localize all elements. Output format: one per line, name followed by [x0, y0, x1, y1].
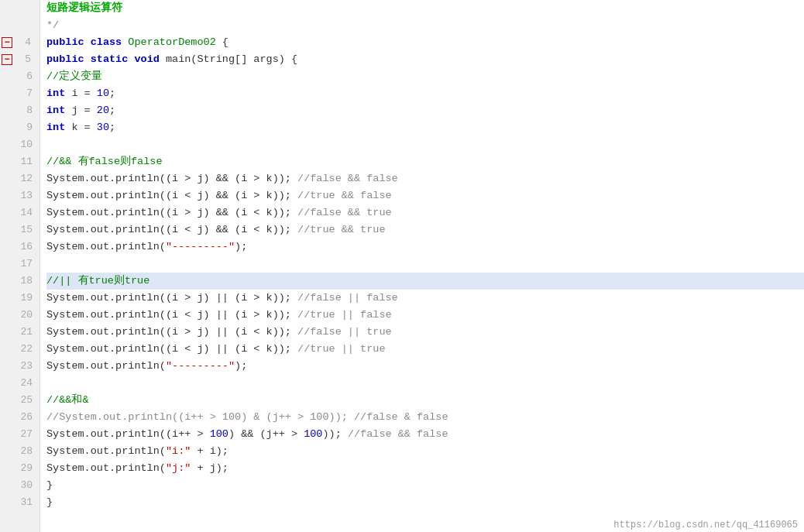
line-number: 12: [14, 170, 37, 187]
line-number-row: 29: [0, 460, 40, 477]
collapse-placeholder: [0, 223, 14, 237]
collapse-placeholder: [0, 359, 14, 373]
code-line: System.out.println("i:" + i);: [46, 443, 804, 460]
code-line: System.out.println((i < j) && (i > k)); …: [46, 187, 804, 204]
line-number: 9: [14, 119, 37, 136]
code-line: //定义变量: [46, 68, 804, 85]
line-number: 22: [14, 341, 37, 358]
collapse-placeholder: [0, 410, 14, 424]
line-number-row: 24: [0, 375, 40, 392]
collapse-placeholder: [0, 138, 14, 152]
collapse-placeholder: [0, 155, 14, 169]
line-number: 13: [14, 187, 37, 204]
line-number-row: 18: [0, 273, 40, 290]
code-line: System.out.println((i > j) && (i > k)); …: [46, 170, 804, 187]
line-number: 30: [14, 477, 37, 494]
collapse-placeholder: [0, 376, 14, 390]
code-line: [46, 375, 804, 392]
code-line: System.out.println((i > j) || (i < k)); …: [46, 324, 804, 341]
code-line: //|| 有true则true: [46, 273, 804, 290]
line-number: 14: [14, 204, 37, 221]
line-gutter: −4−5678910111213141516171819202122232425…: [0, 0, 40, 532]
code-line: int k = 30;: [46, 119, 804, 136]
collapse-placeholder: [0, 427, 14, 441]
line-number: 8: [14, 102, 37, 119]
collapse-placeholder: [0, 87, 14, 101]
code-line: System.out.println((i++ > 100) && (j++ >…: [46, 426, 804, 443]
line-number: 21: [14, 324, 37, 341]
line-number-row: 20: [0, 307, 40, 324]
collapse-placeholder: [0, 479, 14, 493]
code-line: System.out.println("---------");: [46, 358, 804, 375]
line-number: 17: [14, 256, 37, 273]
code-line: System.out.println((i < j) && (i < k)); …: [46, 221, 804, 239]
collapse-placeholder: [0, 70, 14, 84]
line-number: 28: [14, 443, 37, 460]
collapse-placeholder: [0, 444, 14, 458]
line-number: 25: [14, 392, 37, 409]
line-number-row: 17: [0, 256, 40, 273]
code-line: }: [46, 477, 804, 494]
collapse-placeholder: [0, 104, 14, 118]
line-number-row: 12: [0, 170, 40, 187]
line-number-row: 8: [0, 102, 40, 119]
code-line: }: [46, 494, 804, 511]
code-line: int i = 10;: [46, 85, 804, 102]
line-number-row: 6: [0, 68, 40, 85]
collapse-placeholder: [0, 342, 14, 356]
line-number: 20: [14, 307, 37, 324]
collapse-placeholder: [0, 308, 14, 322]
code-line: public static void main(String[] args) {: [46, 51, 804, 68]
line-number-row: 11: [0, 153, 40, 170]
collapse-placeholder: [0, 19, 14, 33]
line-number-row: 23: [0, 358, 40, 375]
code-editor: −4−5678910111213141516171819202122232425…: [0, 0, 804, 532]
line-number: 24: [14, 375, 37, 392]
code-line: System.out.println((i > j) || (i > k)); …: [46, 290, 804, 307]
line-number-row: −5: [0, 51, 40, 68]
line-number-row: 31: [0, 494, 40, 511]
line-number: 15: [14, 221, 37, 239]
line-number: 11: [14, 153, 37, 170]
line-number-row: 27: [0, 426, 40, 443]
collapse-button[interactable]: −: [2, 37, 12, 48]
code-area: −4−5678910111213141516171819202122232425…: [0, 0, 804, 532]
code-line: int j = 20;: [46, 102, 804, 119]
code-line: [46, 136, 804, 153]
collapse-placeholder: [0, 189, 14, 203]
code-line: [46, 256, 804, 273]
code-line: //&& 有false则false: [46, 153, 804, 170]
line-number: 26: [14, 409, 37, 426]
line-number-row: 25: [0, 392, 40, 409]
collapse-placeholder: [0, 121, 14, 135]
line-number: 27: [14, 426, 37, 443]
collapse-placeholder: [0, 274, 14, 288]
collapse-placeholder: [0, 496, 14, 510]
code-line: System.out.println((i < j) || (i > k)); …: [46, 307, 804, 324]
line-number: 5: [12, 51, 36, 68]
line-number-row: [0, 17, 40, 34]
line-number: 19: [14, 290, 37, 307]
code-line: 短路逻辑运算符: [46, 0, 804, 17]
code-line: System.out.println("j:" + j);: [46, 460, 804, 477]
line-number-row: 7: [0, 85, 40, 102]
collapse-button[interactable]: −: [2, 54, 12, 65]
line-number: 6: [14, 68, 37, 85]
line-number-row: 19: [0, 290, 40, 307]
collapse-placeholder: [0, 2, 14, 15]
code-line: public class OperatorDemo02 {: [46, 34, 804, 51]
collapse-placeholder: [0, 325, 14, 339]
line-number: 29: [14, 460, 37, 477]
collapse-placeholder: [0, 393, 14, 407]
line-number-row: 10: [0, 136, 40, 153]
collapse-placeholder: [0, 257, 14, 271]
line-number-row: −4: [0, 34, 40, 51]
code-line: System.out.println((i < j) || (i < k)); …: [46, 341, 804, 358]
code-lines: 短路逻辑运算符 */public class OperatorDemo02 { …: [40, 0, 804, 532]
line-number-row: 13: [0, 187, 40, 204]
line-number-row: 28: [0, 443, 40, 460]
collapse-placeholder: [0, 240, 14, 254]
line-number-row: 22: [0, 341, 40, 358]
line-number-row: 21: [0, 324, 40, 341]
code-line: //&&和&: [46, 392, 804, 409]
